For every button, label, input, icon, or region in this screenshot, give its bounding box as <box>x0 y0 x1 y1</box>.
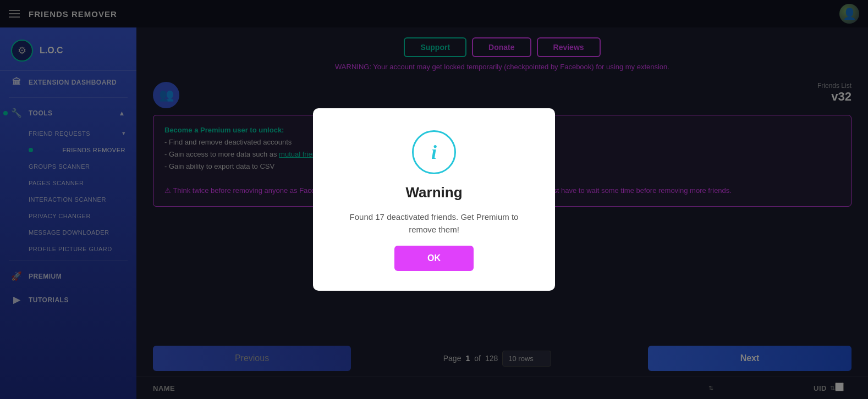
modal-message: Found 17 deactivated friends. Get Premiu… <box>335 211 533 236</box>
modal-ok-button[interactable]: OK <box>394 246 474 271</box>
info-char: i <box>431 141 437 164</box>
modal-info-icon: i <box>412 130 456 174</box>
modal-overlay: i Warning Found 17 deactivated friends. … <box>0 0 868 399</box>
warning-modal: i Warning Found 17 deactivated friends. … <box>313 108 555 291</box>
modal-title: Warning <box>405 184 462 201</box>
